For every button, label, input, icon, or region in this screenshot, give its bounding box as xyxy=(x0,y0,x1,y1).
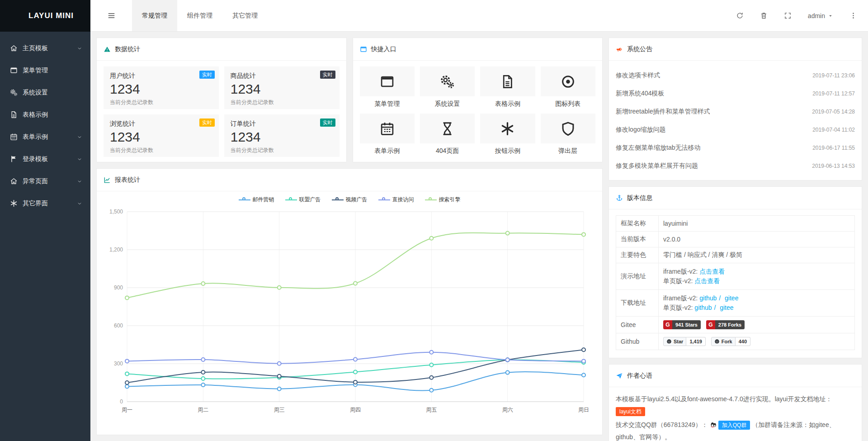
author-paragraph-1: 本模板基于layui2.5.4以及font-awesome-4.7.0进行实现。… xyxy=(616,395,832,403)
clear-cache-icon[interactable] xyxy=(760,12,768,19)
quick-entry-popup-layer[interactable]: 弹出层 xyxy=(541,114,595,155)
legend-label: 视频广告 xyxy=(346,196,368,204)
sidebar-item-other-pages[interactable]: 其它界面 xyxy=(0,192,90,214)
hourglass-icon xyxy=(440,121,455,136)
panel-title: 快捷入口 xyxy=(371,45,396,53)
panel-title: 系统公告 xyxy=(627,45,652,53)
legend-label: 搜索引擎 xyxy=(439,196,461,204)
refresh-icon[interactable] xyxy=(736,12,744,19)
warning-triangle-icon xyxy=(104,46,111,53)
gitee-logo-icon: G xyxy=(663,320,672,329)
svg-text:300: 300 xyxy=(114,360,123,367)
legend-marker-icon xyxy=(285,197,297,202)
sidebar-toggle-icon[interactable] xyxy=(90,0,132,31)
sidebar-item-table-examples[interactable]: 表格示例 xyxy=(0,104,90,126)
svg-text:600: 600 xyxy=(114,322,123,329)
flag-icon xyxy=(10,155,18,163)
panel-quick-entry: 快捷入口 菜单管理 系统设置 xyxy=(353,38,603,162)
table-row: 框架名称 layuimini xyxy=(616,216,855,232)
tab-other-management[interactable]: 其它管理 xyxy=(222,0,268,31)
announcement-item: 新增treetable插件和菜单管理样式 2019-07-05 14:28 xyxy=(616,103,855,121)
chevron-down-icon xyxy=(77,179,82,184)
panel-version-info: 版本信息 框架名称 layuimini 当前版本 v2.0.0 xyxy=(609,186,862,358)
quick-entry-form-example[interactable]: 表单示例 xyxy=(360,114,415,155)
legend-label: 联盟广告 xyxy=(299,196,321,204)
asterisk-icon xyxy=(500,121,515,136)
download-spa-gitee-link[interactable]: gitee xyxy=(720,304,733,311)
logo[interactable]: LAYUI MINI xyxy=(0,0,90,32)
sidebar-item-home-templates[interactable]: 主页模板 xyxy=(0,37,90,59)
sidebar-item-form-examples[interactable]: 表单示例 xyxy=(0,126,90,148)
legend-marker-icon xyxy=(378,197,390,202)
sidebar-item-label: 主页模板 xyxy=(23,44,48,52)
layui-docs-badge[interactable]: layui文档 xyxy=(616,407,645,416)
quick-entry-table-example[interactable]: 表格示例 xyxy=(480,66,535,108)
file-text-icon xyxy=(500,74,515,89)
right-column: 系统公告 修改选项卡样式 2019-07-11 23:06 新增系统404模板 … xyxy=(609,38,862,435)
github-fork-badge[interactable]: Fork440 xyxy=(711,337,750,346)
quick-entry-system-settings[interactable]: 系统设置 xyxy=(420,66,475,108)
chart-legend-item[interactable]: 联盟广告 xyxy=(285,196,321,204)
line-chart-icon xyxy=(104,176,111,184)
caret-down-icon xyxy=(828,13,833,19)
demo-iframe-link[interactable]: 点击查看 xyxy=(699,268,725,275)
gitee-stars-badge[interactable]: G941 Stars xyxy=(663,320,701,329)
github-star-badge[interactable]: Star1,419 xyxy=(663,337,706,346)
github-mark-icon xyxy=(666,339,672,344)
calendar-icon xyxy=(380,121,395,136)
announcement-item: 修改logo缩放问题 2019-07-04 11:02 xyxy=(616,121,855,139)
sidebar-item-label: 表格示例 xyxy=(23,111,48,119)
version-table: 框架名称 layuimini 当前版本 v2.0.0 主要特色 零门槛 / 响应… xyxy=(616,215,855,350)
chart-legend-item[interactable]: 直接访问 xyxy=(378,196,414,204)
download-iframe-github-link[interactable]: github xyxy=(699,294,717,302)
sidebar-item-login-templates[interactable]: 登录模板 xyxy=(0,148,90,170)
sidebar: LAYUI MINI 主页模板 菜单管理 系统设置 表格示例 表单 xyxy=(0,0,90,441)
legend-marker-icon xyxy=(425,197,437,202)
quick-entry-icon-list[interactable]: 图标列表 xyxy=(541,66,595,108)
announcement-item: 修改选项卡样式 2019-07-11 23:06 xyxy=(616,66,855,85)
table-row: Github Star1,419 Fork440 xyxy=(616,333,855,350)
quick-entry-button-example[interactable]: 按钮示例 xyxy=(480,114,535,155)
sidebar-item-menu-management[interactable]: 菜单管理 xyxy=(0,59,90,81)
svg-text:1,500: 1,500 xyxy=(109,209,123,215)
gears-icon xyxy=(440,74,455,89)
panel-title: 数据统计 xyxy=(115,45,140,53)
logo-icon xyxy=(7,7,24,24)
download-iframe-gitee-link[interactable]: gitee xyxy=(725,294,738,302)
panel-report-stats: 报表统计 邮件营销联盟广告视频广告直接访问搜索引擎 03006009001,20… xyxy=(96,168,603,435)
table-row: 当前版本 v2.0.0 xyxy=(616,232,855,247)
chevron-down-icon xyxy=(77,46,82,51)
quick-entry-menu-management[interactable]: 菜单管理 xyxy=(360,66,415,108)
chart-legend: 邮件营销联盟广告视频广告直接访问搜索引擎 xyxy=(104,191,595,205)
sidebar-item-label: 其它界面 xyxy=(23,199,48,208)
sidebar-item-system-settings[interactable]: 系统设置 xyxy=(0,81,90,104)
sidebar-item-error-pages[interactable]: 异常页面 xyxy=(0,170,90,192)
chart-legend-item[interactable]: 邮件营销 xyxy=(239,196,274,204)
gitee-forks-badge[interactable]: G278 Forks xyxy=(706,320,745,329)
demo-spa-link[interactable]: 点击查看 xyxy=(694,277,720,285)
panel-title: 报表统计 xyxy=(115,176,140,184)
chart-legend-item[interactable]: 搜索引擎 xyxy=(425,196,461,204)
tab-general-management[interactable]: 常规管理 xyxy=(132,0,177,31)
chart-legend-item[interactable]: 视频广告 xyxy=(332,196,368,204)
svg-text:周六: 周六 xyxy=(502,407,513,413)
join-qq-group-badge[interactable]: 加入QQ群 xyxy=(718,421,750,430)
svg-text:周四: 周四 xyxy=(350,407,361,413)
anchor-icon xyxy=(616,194,623,202)
svg-text:周二: 周二 xyxy=(198,407,208,413)
stat-card-users: 用户统计 实时 1234 当前分类总记录数 xyxy=(104,66,219,109)
chevron-down-icon xyxy=(77,201,82,206)
download-spa-github-link[interactable]: github xyxy=(694,304,712,311)
fullscreen-icon[interactable] xyxy=(784,12,792,19)
user-dropdown[interactable]: admin xyxy=(808,12,833,19)
sidebar-item-label: 系统设置 xyxy=(23,89,48,97)
tab-component-management[interactable]: 组件管理 xyxy=(177,0,222,31)
more-menu-icon[interactable] xyxy=(849,12,857,19)
stat-value: 1234 xyxy=(110,129,212,145)
file-text-icon xyxy=(10,111,18,119)
paper-plane-icon xyxy=(616,372,623,379)
topbar: 常规管理 组件管理 其它管理 admin xyxy=(90,0,868,32)
quick-entry-404-page[interactable]: 404页面 xyxy=(420,114,475,155)
app-root: LAYUI MINI 主页模板 菜单管理 系统设置 表格示例 表单 xyxy=(0,0,868,441)
report-chart: 03006009001,2001,500周一周二周三周四周五周六周日 xyxy=(104,205,595,418)
